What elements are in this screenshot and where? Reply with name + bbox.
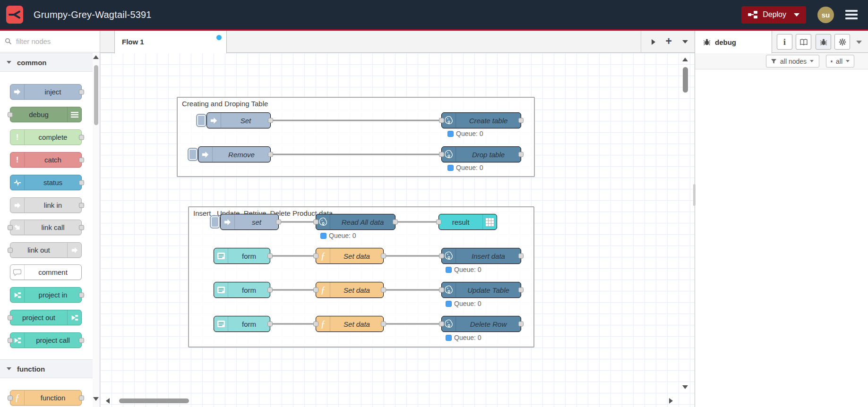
node-form[interactable]: form: [214, 316, 270, 332]
output-port[interactable]: [393, 220, 398, 225]
input-port[interactable]: [313, 220, 318, 225]
output-port[interactable]: [79, 338, 84, 343]
node-function-set-data[interactable]: ƒ Set data: [316, 282, 384, 298]
node-result-table[interactable]: result: [438, 214, 497, 230]
scroll-down-icon[interactable]: [682, 385, 688, 389]
output-port[interactable]: [79, 292, 84, 297]
node-postgres-insert-data[interactable]: Insert data: [441, 248, 521, 264]
scroll-up-icon[interactable]: [682, 58, 688, 61]
output-port[interactable]: [518, 322, 524, 327]
node-inject-set[interactable]: Set: [206, 112, 271, 128]
palette-node-link-call[interactable]: link call: [10, 220, 82, 235]
tab-list-caret[interactable]: [682, 40, 688, 43]
palette-node-inject[interactable]: inject: [10, 84, 82, 100]
palette-node-comment[interactable]: comment: [10, 264, 82, 280]
output-port[interactable]: [79, 135, 84, 140]
scroll-right-icon[interactable]: [669, 398, 673, 404]
inject-button[interactable]: [210, 215, 220, 229]
node-postgres-read-all-data[interactable]: Read All data: [316, 214, 395, 230]
settings-button[interactable]: [834, 34, 850, 50]
user-avatar[interactable]: su: [817, 7, 834, 23]
output-port[interactable]: [518, 254, 524, 259]
output-port[interactable]: [79, 225, 84, 230]
scrollbar-thumb[interactable]: [683, 67, 688, 93]
node-form[interactable]: form: [214, 248, 270, 264]
inject-button[interactable]: [188, 148, 198, 161]
canvas-vertical-scrollbar[interactable]: [682, 55, 689, 405]
node-function-set-data[interactable]: ƒ Set data: [316, 248, 384, 264]
palette-category-function[interactable]: function: [0, 359, 93, 378]
output-port[interactable]: [79, 89, 84, 94]
scrollbar-thumb[interactable]: [94, 65, 98, 125]
filter-nodes-input[interactable]: [15, 37, 86, 46]
deploy-button[interactable]: Deploy: [741, 6, 806, 24]
output-port[interactable]: [268, 118, 273, 123]
output-port[interactable]: [381, 254, 386, 259]
output-port[interactable]: [518, 118, 524, 123]
output-port[interactable]: [276, 220, 281, 225]
palette-node-project-in[interactable]: project in: [10, 287, 82, 303]
scroll-up-icon[interactable]: [93, 55, 99, 59]
add-flow-button[interactable]: +: [666, 36, 672, 47]
sidebar-resize-handle[interactable]: [693, 184, 696, 206]
node-postgres-delete-row[interactable]: Delete Row: [441, 316, 521, 332]
palette-node-project-call[interactable]: project call: [10, 332, 82, 348]
tab-debug[interactable]: debug: [695, 31, 772, 53]
input-port[interactable]: [8, 315, 13, 320]
inject-button[interactable]: [196, 114, 206, 127]
input-port[interactable]: [439, 322, 444, 327]
input-port[interactable]: [313, 254, 318, 259]
node-function-set-data[interactable]: ƒ Set data: [316, 316, 384, 332]
debug-messages-button[interactable]: [816, 34, 831, 50]
app-logo[interactable]: [6, 6, 23, 24]
filter-all-nodes-button[interactable]: all nodes: [766, 55, 819, 68]
node-inject-remove[interactable]: Remove: [198, 146, 271, 162]
info-button[interactable]: i: [777, 34, 792, 50]
tab-scroll-right-icon[interactable]: [652, 39, 655, 45]
input-port[interactable]: [439, 152, 444, 157]
input-port[interactable]: [8, 112, 13, 117]
output-port[interactable]: [518, 152, 524, 157]
node-postgres-create-table[interactable]: Create table: [441, 112, 521, 128]
palette-scrollbar[interactable]: [93, 52, 100, 407]
input-port[interactable]: [439, 288, 444, 293]
output-port[interactable]: [79, 395, 84, 400]
output-port[interactable]: [268, 152, 273, 157]
main-menu-icon[interactable]: [845, 10, 858, 19]
output-port[interactable]: [79, 180, 84, 185]
input-port[interactable]: [313, 322, 318, 327]
palette-filter[interactable]: [0, 31, 100, 52]
sidebar-options-caret[interactable]: [856, 41, 862, 44]
scroll-left-icon[interactable]: [106, 398, 110, 404]
input-port[interactable]: [439, 254, 444, 259]
output-port[interactable]: [267, 322, 273, 327]
input-port[interactable]: [8, 395, 13, 400]
clear-all-button[interactable]: all: [826, 55, 854, 68]
output-port[interactable]: [79, 157, 84, 162]
canvas-horizontal-scrollbar[interactable]: [104, 397, 681, 405]
palette-node-link-in[interactable]: link in: [10, 197, 82, 213]
input-port[interactable]: [8, 338, 13, 343]
node-form[interactable]: form: [214, 282, 270, 298]
palette-node-complete[interactable]: ! complete: [10, 129, 82, 145]
palette-node-catch[interactable]: ! catch: [10, 152, 82, 168]
input-port[interactable]: [8, 247, 13, 253]
flow-canvas[interactable]: Creating and Droping Table Insert , Upda…: [100, 53, 695, 407]
input-port[interactable]: [313, 288, 318, 293]
input-port[interactable]: [8, 225, 13, 230]
scrollbar-thumb[interactable]: [119, 399, 189, 403]
palette-node-status[interactable]: status: [10, 175, 82, 190]
palette-node-function[interactable]: ƒ function: [10, 390, 82, 406]
palette-node-link-out[interactable]: link out: [10, 242, 82, 258]
tab-flow-1[interactable]: Flow 1: [114, 31, 227, 53]
node-postgres-update-table[interactable]: Update Table: [441, 282, 521, 298]
output-port[interactable]: [267, 254, 273, 259]
output-port[interactable]: [518, 288, 524, 293]
help-button[interactable]: [796, 34, 811, 50]
input-port[interactable]: [436, 220, 441, 225]
deploy-options-caret[interactable]: [794, 13, 799, 17]
output-port[interactable]: [381, 322, 386, 327]
input-port[interactable]: [439, 118, 444, 123]
output-port[interactable]: [381, 288, 386, 293]
scroll-down-icon[interactable]: [93, 397, 99, 401]
